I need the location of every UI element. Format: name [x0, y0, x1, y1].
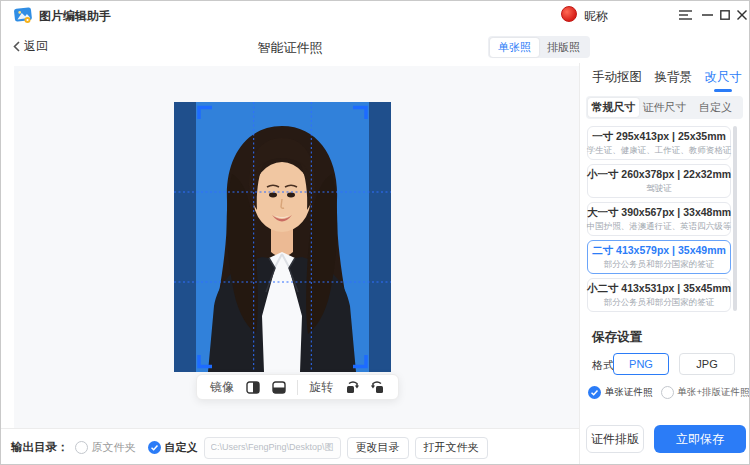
- output-directory-bar: 输出目录： 原文件夹 自定义 更改目录 打开文件夹: [1, 428, 579, 465]
- rotate-label: 旋转: [309, 379, 333, 396]
- tab-custom-size[interactable]: 自定义: [690, 98, 741, 117]
- app-logo-icon: [14, 6, 33, 24]
- toolbar-divider: [297, 380, 298, 395]
- single-photo-label[interactable]: 单张证件照: [605, 386, 653, 399]
- titlebar: 图片编辑助手 昵称: [1, 1, 750, 29]
- back-button[interactable]: 返回: [13, 38, 48, 55]
- user-nickname: 昵称: [584, 8, 608, 25]
- size-subtitle: 学生证、健康证、工作证、教师资格证: [587, 145, 732, 157]
- close-icon[interactable]: [734, 7, 750, 23]
- app-window: 图片编辑助手 昵称 智能证件照 返回 单张照 排版照: [0, 0, 750, 465]
- id-photo-crop-area[interactable]: [174, 102, 391, 372]
- custom-folder-label: 自定义: [165, 440, 198, 455]
- photo-toolbar: 镜像 旋转: [196, 374, 399, 400]
- minimize-icon[interactable]: [699, 7, 715, 23]
- size-title: 小二寸 413x531px | 35x45mm: [587, 282, 731, 296]
- open-folder-button[interactable]: 打开文件夹: [415, 437, 488, 459]
- original-folder-radio[interactable]: [75, 441, 88, 454]
- tab-layout-photo[interactable]: 排版照: [539, 38, 588, 57]
- back-label: 返回: [24, 38, 48, 55]
- flip-horizontal-icon[interactable]: [245, 380, 260, 395]
- editor-canvas: 镜像 旋转: [14, 66, 579, 428]
- maximize-icon[interactable]: [717, 7, 733, 23]
- size-subtitle: 部分公务员和部分国家的签证: [604, 297, 715, 309]
- output-path-input[interactable]: [204, 437, 341, 459]
- mirror-label: 镜像: [210, 379, 234, 396]
- save-now-button[interactable]: 立即保存: [654, 425, 746, 453]
- size-subtitle: 驾驶证: [646, 183, 672, 195]
- format-jpg-button[interactable]: JPG: [679, 353, 735, 375]
- page-header: 智能证件照 返回 单张照 排版照: [1, 29, 579, 63]
- size-option-1inch[interactable]: 一寸 295x413px | 25x35mm 学生证、健康证、工作证、教师资格证: [587, 126, 731, 160]
- change-directory-button[interactable]: 更改目录: [347, 437, 409, 459]
- photo-mode-toggle: 单张照 排版照: [488, 36, 590, 58]
- menu-icon[interactable]: [677, 7, 693, 23]
- size-category-tabs: 常规尺寸 证件尺寸 自定义: [586, 96, 743, 119]
- size-title: 一寸 295x413px | 25x35mm: [592, 130, 726, 144]
- custom-folder-checkbox[interactable]: [148, 441, 161, 454]
- tab-regular-size[interactable]: 常规尺寸: [588, 98, 639, 117]
- size-option-small-1inch[interactable]: 小一寸 260x378px | 22x32mm 驾驶证: [587, 164, 731, 198]
- save-options-row: 单张证件照 单张+排版证件照: [588, 386, 748, 399]
- id-layout-button[interactable]: 证件排版: [586, 425, 644, 453]
- size-title: 大一寸 390x567px | 33x48mm: [587, 206, 731, 220]
- rotate-left-icon[interactable]: [344, 380, 359, 395]
- size-title: 小一寸 260x378px | 22x32mm: [587, 168, 731, 182]
- size-subtitle: 中国护照、港澳通行证、英语四六级等: [587, 221, 732, 233]
- output-directory-label: 输出目录：: [11, 440, 69, 455]
- size-option-small-2inch[interactable]: 小二寸 413x531px | 35x45mm 部分公务员和部分国家的签证: [587, 278, 731, 312]
- app-title: 图片编辑助手: [39, 8, 111, 25]
- tab-manual-cutout[interactable]: 手动抠图: [592, 69, 642, 92]
- single-plus-layout-label[interactable]: 单张+排版证件照: [678, 386, 750, 399]
- size-option-2inch[interactable]: 二寸 413x579px | 35x49mm 部分公务员和部分国家的签证: [587, 240, 731, 274]
- tab-id-size[interactable]: 证件尺寸: [639, 98, 690, 117]
- sidebar: 手动抠图 换背景 改尺寸 常规尺寸 证件尺寸 自定义 一寸 295x413px …: [579, 63, 750, 465]
- save-settings-heading: 保存设置: [592, 329, 642, 346]
- single-photo-checkbox[interactable]: [588, 386, 601, 399]
- format-png-button[interactable]: PNG: [613, 353, 669, 375]
- chevron-left-icon: [13, 41, 20, 52]
- size-list-scrollbar[interactable]: [733, 126, 737, 311]
- original-folder-label: 原文件夹: [92, 440, 136, 455]
- original-folder-option[interactable]: 原文件夹: [75, 440, 136, 455]
- tab-resize[interactable]: 改尺寸: [705, 69, 743, 92]
- sidebar-tabs: 手动抠图 换背景 改尺寸: [592, 69, 742, 92]
- user-avatar[interactable]: [561, 6, 577, 22]
- size-title: 二寸 413x579px | 35x49mm: [592, 244, 726, 258]
- rotate-right-icon[interactable]: [370, 380, 385, 395]
- size-subtitle: 部分公务员和部分国家的签证: [604, 259, 715, 271]
- flip-vertical-icon[interactable]: [271, 380, 286, 395]
- single-plus-layout-radio[interactable]: [661, 386, 674, 399]
- size-option-large-1inch[interactable]: 大一寸 390x567px | 33x48mm 中国护照、港澳通行证、英语四六级…: [587, 202, 731, 236]
- tab-single-photo[interactable]: 单张照: [490, 38, 539, 57]
- tab-change-background[interactable]: 换背景: [655, 69, 693, 92]
- custom-folder-option[interactable]: 自定义: [148, 440, 198, 455]
